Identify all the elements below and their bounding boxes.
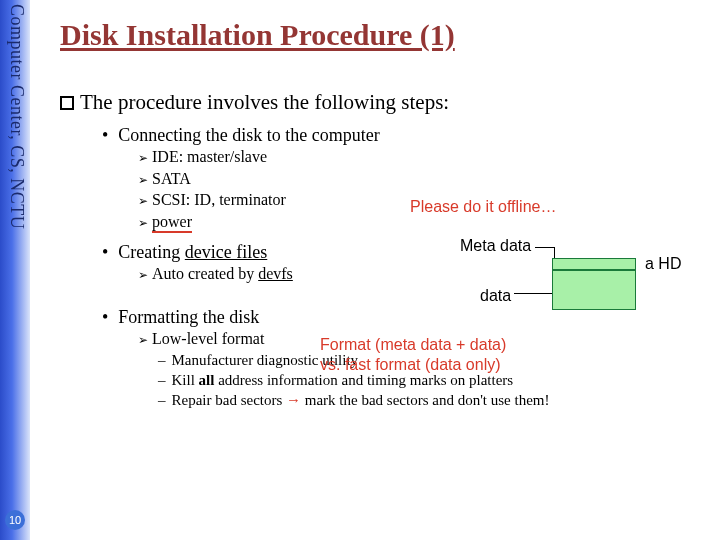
square-bullet-icon	[60, 96, 74, 110]
slide-title: Disk Installation Procedure (1)	[60, 18, 710, 52]
meta-data-label: Meta data	[460, 237, 531, 255]
arrow-bullet-icon: ➢	[138, 216, 148, 230]
intro-text: The procedure involves the following ste…	[80, 90, 449, 114]
dash-repair: –Repair bad sectors → mark the bad secto…	[158, 390, 710, 410]
dot-bullet-icon: •	[102, 242, 108, 262]
arrow-icon: →	[286, 391, 301, 408]
hd-diagram-meta	[552, 258, 636, 270]
sub-sata: ➢SATA	[138, 168, 710, 190]
dot-bullet-icon: •	[102, 125, 108, 145]
data-label: data	[480, 287, 511, 305]
arrow-bullet-icon: ➢	[138, 151, 148, 165]
arrow-bullet-icon: ➢	[138, 194, 148, 208]
page-number: 10	[5, 510, 25, 530]
org-label: Computer Center, CS, NCTU	[3, 4, 27, 229]
arrow-bullet-icon: ➢	[138, 173, 148, 187]
dash-bullet-icon: –	[158, 352, 166, 368]
format-annotation: Format (meta data + data) vs. fast forma…	[320, 335, 506, 375]
dot-bullet-icon: •	[102, 307, 108, 327]
bullet-connecting-text: Connecting the disk to the computer	[118, 125, 379, 145]
hd-label: a HD	[645, 255, 681, 273]
connector-line	[514, 293, 554, 294]
dash-bullet-icon: –	[158, 392, 166, 408]
sub-ide: ➢IDE: master/slave	[138, 146, 710, 168]
offline-annotation: Please do it offline…	[410, 198, 556, 216]
bullet-format: •Formatting the disk	[102, 307, 710, 328]
arrow-bullet-icon: ➢	[138, 268, 148, 282]
bullet-connecting: •Connecting the disk to the computer	[102, 125, 710, 146]
dash-bullet-icon: –	[158, 372, 166, 388]
arrow-bullet-icon: ➢	[138, 333, 148, 347]
intro-line: The procedure involves the following ste…	[60, 90, 710, 115]
sidebar: Computer Center, CS, NCTU	[0, 0, 30, 540]
hd-diagram-data	[552, 270, 636, 310]
